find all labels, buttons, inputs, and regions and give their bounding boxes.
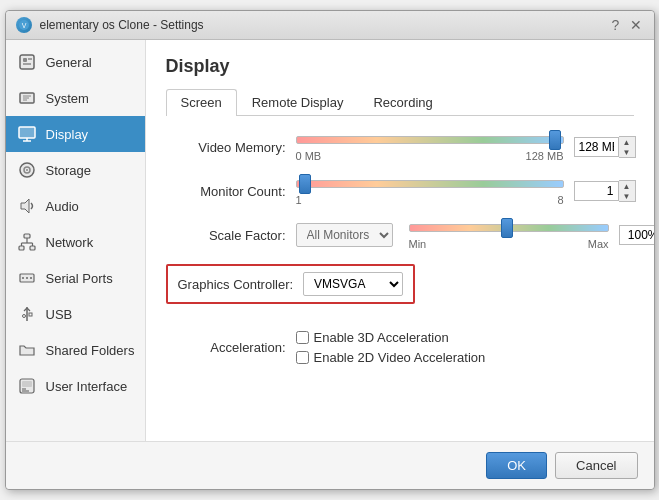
sidebar-label-usb: USB — [46, 307, 73, 322]
sidebar-label-system: System — [46, 91, 89, 106]
main-panel: Display Screen Remote Display Recording … — [146, 40, 654, 441]
monitor-count-slider-area: 1 8 ▲ ▼ — [296, 176, 634, 206]
sidebar-item-shared-folders[interactable]: Shared Folders — [6, 332, 145, 368]
close-button[interactable]: ✕ — [628, 17, 644, 33]
video-memory-labels: 0 MB 128 MB — [296, 150, 564, 162]
sidebar-label-user-interface: User Interface — [46, 379, 128, 394]
acceleration-label: Acceleration: — [166, 340, 296, 355]
checkbox-3d[interactable] — [296, 331, 309, 344]
scale-thumb[interactable] — [501, 218, 513, 238]
scale-input[interactable] — [619, 225, 654, 245]
sidebar-item-system[interactable]: System — [6, 80, 145, 116]
video-memory-track[interactable] — [296, 132, 564, 148]
scale-row-inner: All Monitors Min Max — [296, 220, 609, 250]
network-icon — [16, 231, 38, 253]
video-memory-spinbox: ▲ ▼ — [574, 136, 634, 158]
checkbox-3d-row: Enable 3D Acceleration — [296, 330, 486, 345]
page-title: Display — [166, 56, 634, 77]
tab-screen[interactable]: Screen — [166, 89, 237, 116]
general-icon — [16, 51, 38, 73]
monitor-count-up[interactable]: ▲ — [619, 181, 635, 191]
video-memory-label: Video Memory: — [166, 140, 296, 155]
video-memory-row: Video Memory: 0 MB 128 MB — [166, 132, 634, 162]
svg-rect-19 — [30, 246, 35, 250]
usb-icon — [16, 303, 38, 325]
scale-slider-container: Min Max — [409, 220, 609, 250]
tab-recording[interactable]: Recording — [358, 89, 447, 115]
ui-icon — [16, 375, 38, 397]
title-bar: V elementary os Clone - Settings ? ✕ — [6, 11, 654, 40]
sidebar-item-serial-ports[interactable]: Serial Ports — [6, 260, 145, 296]
scale-max-label: Max — [588, 238, 609, 250]
monitor-count-track[interactable] — [296, 176, 564, 192]
sidebar-label-network: Network — [46, 235, 94, 250]
sidebar-item-general[interactable]: General — [6, 44, 145, 80]
folder-icon — [16, 339, 38, 361]
scale-track[interactable] — [409, 220, 609, 236]
sidebar-item-usb[interactable]: USB — [6, 296, 145, 332]
video-memory-thumb[interactable] — [549, 130, 561, 150]
svg-rect-3 — [23, 58, 27, 62]
storage-icon — [16, 159, 38, 181]
scale-labels: Min Max — [409, 238, 609, 250]
checkbox-2d[interactable] — [296, 351, 309, 364]
ok-button[interactable]: OK — [486, 452, 547, 479]
window-title: elementary os Clone - Settings — [40, 18, 204, 32]
scale-factor-row: Scale Factor: All Monitors — [166, 220, 634, 250]
scale-spinbox: ▲ ▼ — [619, 224, 654, 246]
graphics-select[interactable]: VMSVGA VBoxVGA VBoxSVGA None — [303, 272, 403, 296]
video-memory-slider-area: 0 MB 128 MB ▲ ▼ — [296, 132, 634, 162]
sidebar-label-storage: Storage — [46, 163, 92, 178]
video-memory-arrows: ▲ ▼ — [619, 136, 636, 158]
svg-rect-18 — [19, 246, 24, 250]
content-area: General System — [6, 40, 654, 441]
monitor-count-min-label: 1 — [296, 194, 302, 206]
sidebar-item-storage[interactable]: Storage — [6, 152, 145, 188]
sidebar-label-audio: Audio — [46, 199, 79, 214]
monitor-count-down[interactable]: ▼ — [619, 191, 635, 201]
monitor-count-label: Monitor Count: — [166, 184, 296, 199]
svg-point-27 — [30, 277, 32, 279]
sidebar-item-user-interface[interactable]: User Interface — [6, 368, 145, 404]
help-button[interactable]: ? — [608, 17, 624, 33]
svg-rect-34 — [22, 381, 32, 387]
graphics-box: Graphics Controller: VMSVGA VBoxVGA VBox… — [166, 264, 416, 304]
video-memory-min-label: 0 MB — [296, 150, 322, 162]
title-bar-controls: ? ✕ — [608, 17, 644, 33]
monitor-count-thumb[interactable] — [299, 174, 311, 194]
monitor-count-input[interactable] — [574, 181, 619, 201]
display-icon — [16, 123, 38, 145]
monitor-select[interactable]: All Monitors — [296, 223, 393, 247]
sidebar-label-general: General — [46, 55, 92, 70]
monitor-count-max-label: 8 — [557, 194, 563, 206]
scale-min-label: Min — [409, 238, 427, 250]
video-memory-slider-container: 0 MB 128 MB — [296, 132, 564, 162]
svg-rect-10 — [19, 127, 35, 138]
sidebar-item-network[interactable]: Network — [6, 224, 145, 260]
video-memory-input[interactable] — [574, 137, 619, 157]
video-memory-down[interactable]: ▼ — [619, 147, 635, 157]
sidebar-label-display: Display — [46, 127, 89, 142]
svg-point-25 — [22, 277, 24, 279]
checkbox-2d-row: Enable 2D Video Acceleration — [296, 350, 486, 365]
sidebar-label-serial-ports: Serial Ports — [46, 271, 113, 286]
monitor-count-arrows: ▲ ▼ — [619, 180, 636, 202]
monitor-count-spinbox: ▲ ▼ — [574, 180, 634, 202]
graphics-label: Graphics Controller: — [178, 277, 304, 292]
video-memory-up[interactable]: ▲ — [619, 137, 635, 147]
sidebar-item-display[interactable]: Display — [6, 116, 145, 152]
acceleration-row: Acceleration: Enable 3D Acceleration Ena… — [166, 330, 634, 365]
cancel-button[interactable]: Cancel — [555, 452, 637, 479]
monitor-count-row: Monitor Count: 1 8 — [166, 176, 634, 206]
sidebar: General System — [6, 40, 146, 441]
graphics-controller-row: Graphics Controller: VMSVGA VBoxVGA VBox… — [166, 264, 634, 316]
monitor-count-slider-container: 1 8 — [296, 176, 564, 206]
settings-window: V elementary os Clone - Settings ? ✕ — [5, 10, 655, 490]
acceleration-options: Enable 3D Acceleration Enable 2D Video A… — [296, 330, 486, 365]
audio-icon — [16, 195, 38, 217]
tab-remote-display[interactable]: Remote Display — [237, 89, 359, 115]
sidebar-item-audio[interactable]: Audio — [6, 188, 145, 224]
serial-icon — [16, 267, 38, 289]
system-icon — [16, 87, 38, 109]
app-icon: V — [16, 17, 32, 33]
